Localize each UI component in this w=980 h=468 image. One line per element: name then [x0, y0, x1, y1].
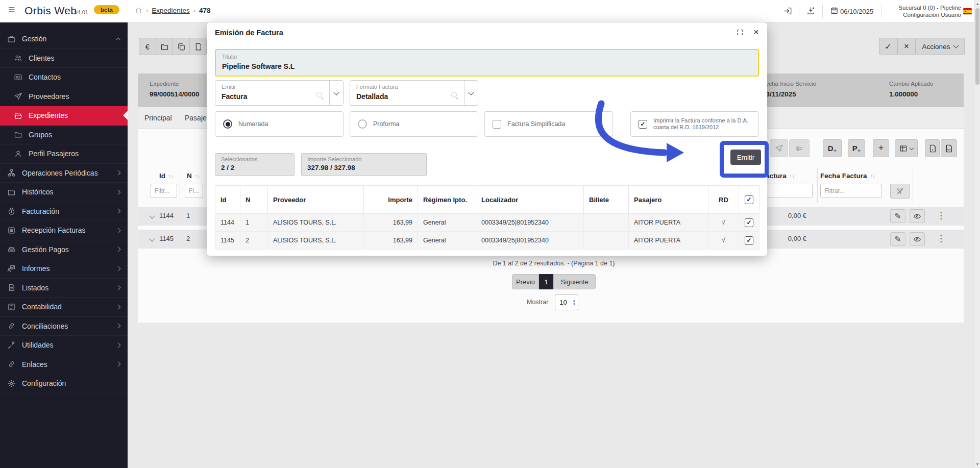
- network-icon: [7, 168, 16, 177]
- home-icon[interactable]: [135, 7, 142, 14]
- plane-check-button[interactable]: [770, 139, 788, 157]
- sidebar-item-proveedores[interactable]: Proveedores: [0, 87, 128, 107]
- sidebar-item-clientes[interactable]: Clientes: [0, 49, 128, 68]
- add-d-button[interactable]: D+: [823, 139, 842, 157]
- sort-icon[interactable]: ↑↓: [168, 173, 174, 179]
- next-page-button[interactable]: Siguiente: [553, 274, 596, 289]
- sidebar-item-recepcion-facturas[interactable]: Recepción Facturas: [0, 221, 128, 240]
- account-info[interactable]: Sucursal 0 (0) - Pipeline Configuración …: [887, 4, 961, 18]
- formato-factura-select[interactable]: Formato Factura Detallada: [350, 80, 478, 106]
- row-menu-button[interactable]: ⋮: [937, 233, 945, 244]
- maximize-icon[interactable]: [736, 29, 744, 36]
- sidebar-item-perfil-pasajeros[interactable]: Perfil Pasajeros: [0, 144, 128, 164]
- confirm-button[interactable]: ✓: [879, 38, 897, 55]
- actions-dropdown-button[interactable]: Acciones: [916, 38, 965, 55]
- sidebar-item-enlaces[interactable]: Enlaces: [0, 355, 128, 375]
- row-id: 1145: [159, 235, 174, 242]
- stepper-icons[interactable]: ▲▼: [571, 299, 578, 306]
- column-divider: [817, 168, 818, 203]
- edit-button[interactable]: ✎: [890, 209, 905, 223]
- sidebar-item-informes[interactable]: Informes: [0, 259, 128, 279]
- expand-row-icon[interactable]: [149, 236, 155, 241]
- hamburger-menu-icon[interactable]: ≡: [8, 3, 15, 17]
- sidebar-item-grupos[interactable]: Grupos: [0, 126, 128, 145]
- column-header-id[interactable]: Id↑↓: [159, 172, 174, 180]
- export-excel-button[interactable]: x: [925, 139, 940, 157]
- sidebar-item-configuracion[interactable]: Configuración: [0, 374, 128, 393]
- filter-fecha-factura-input[interactable]: [820, 184, 881, 198]
- export-pdf-button[interactable]: PDF: [941, 139, 957, 157]
- filter-id-input[interactable]: [151, 184, 177, 198]
- beta-badge: beta: [94, 5, 119, 14]
- emitir-select[interactable]: Emitir Factura: [215, 80, 344, 106]
- scrollbar-thumb[interactable]: [975, 8, 979, 85]
- add-button[interactable]: +: [873, 139, 889, 157]
- sidebar-item-utilidades[interactable]: Utilidades: [0, 336, 128, 355]
- sidebar-item-listados[interactable]: Listados: [0, 279, 128, 298]
- row-checkbox[interactable]: ✓: [745, 218, 753, 227]
- table-header-row: Id N Proveedor Importe Régimen Ipto. Loc…: [215, 186, 760, 214]
- sidebar-item-facturacion[interactable]: Facturación: [0, 202, 128, 221]
- person-icon: [14, 150, 22, 158]
- emitir-button[interactable]: Emitir: [730, 150, 761, 165]
- scroll-down-icon[interactable]: ▼: [974, 462, 980, 466]
- vertical-scrollbar[interactable]: ▲ ▼: [974, 0, 980, 468]
- top-bar: ≡ Orbis Web v4.01 beta › Expedientes › 4…: [0, 0, 980, 22]
- folder-button[interactable]: [156, 38, 173, 55]
- calendar-icon[interactable]: [830, 6, 839, 15]
- filter-clear-icon: [896, 187, 904, 195]
- column-divider: [913, 168, 913, 203]
- document-button[interactable]: [189, 38, 207, 55]
- titular-field[interactable]: Titular Pipeline Software S.L: [215, 49, 759, 77]
- row-menu-button[interactable]: ⋮: [937, 210, 945, 221]
- filter-n-input[interactable]: [185, 184, 203, 198]
- sidebar-item-historicos[interactable]: Históricos: [0, 183, 128, 202]
- page-size-select[interactable]: 10 ▲▼: [555, 294, 578, 310]
- download-icon[interactable]: [806, 6, 816, 16]
- numerada-radio-option[interactable]: Numerada: [215, 111, 344, 137]
- amount-button[interactable]: $=: [789, 139, 810, 157]
- close-icon[interactable]: ×: [753, 27, 759, 38]
- dropdown-toggle[interactable]: [329, 81, 343, 105]
- sidebar-item-gestion-pagos[interactable]: Gestión Pagos: [0, 240, 128, 260]
- sidebar-item-contabilidad[interactable]: Contabilidad: [0, 298, 128, 317]
- spain-flag-icon[interactable]: [963, 8, 972, 14]
- scroll-up-icon[interactable]: ▲: [974, 2, 980, 6]
- sidebar-item-gestion[interactable]: Gestión: [0, 30, 128, 49]
- clear-filters-button[interactable]: [890, 184, 910, 199]
- cancel-button[interactable]: ×: [897, 38, 916, 55]
- sidebar-item-conciliaciones[interactable]: Conciliaciones: [0, 317, 128, 336]
- sidebar-item-contactos[interactable]: Contactos: [0, 68, 128, 87]
- select-all-checkbox[interactable]: ✓: [745, 195, 753, 204]
- page-1-button[interactable]: 1: [539, 274, 553, 289]
- prev-page-button[interactable]: Previo: [512, 274, 539, 289]
- column-header-n[interactable]: N↑↓: [187, 172, 200, 180]
- edit-button[interactable]: ✎: [890, 232, 905, 246]
- sidebar-item-operaciones-periodicas[interactable]: Operaciones Periódicas: [0, 164, 128, 183]
- breadcrumb-expedientes[interactable]: Expedientes: [152, 7, 189, 14]
- add-p-button[interactable]: P+: [848, 139, 865, 157]
- imprimir-rd-option[interactable]: ✓Imprimir la Factura conforme a la D.A. …: [630, 111, 759, 137]
- columns-dropdown-button[interactable]: [895, 139, 918, 157]
- header-id: Id: [215, 186, 240, 214]
- sort-icon[interactable]: ↑↓: [790, 173, 795, 179]
- euro-button[interactable]: €: [139, 38, 156, 55]
- view-button[interactable]: [910, 209, 925, 223]
- expand-row-icon[interactable]: [149, 213, 155, 218]
- fecha-inicio-label: Fecha Inicio Servicio: [762, 81, 816, 87]
- sort-icon[interactable]: ↑↓: [195, 173, 200, 179]
- table-row[interactable]: 1145 2 ALISIOS TOURS, S.L. 163,99 Genera…: [215, 232, 760, 250]
- row-checkbox[interactable]: ✓: [745, 236, 753, 245]
- tab-principal[interactable]: Principal: [144, 114, 172, 122]
- logout-icon[interactable]: [783, 6, 793, 16]
- table-row[interactable]: 1144 1 ALISIOS TOURS, S.L. 163,99 Genera…: [215, 214, 760, 232]
- sidebar-item-expedientes[interactable]: Expedientes: [0, 106, 128, 126]
- proforma-radio-option[interactable]: Proforma: [350, 111, 478, 137]
- column-header-fecha-factura[interactable]: Fecha Factura↑↓: [820, 172, 875, 180]
- copy-button[interactable]: [173, 38, 190, 55]
- view-button[interactable]: [910, 232, 925, 246]
- factura-simplificada-option[interactable]: Factura Simplificada: [484, 111, 613, 137]
- invoice-lines-table: Id N Proveedor Importe Régimen Ipto. Loc…: [215, 185, 760, 250]
- dropdown-toggle[interactable]: [464, 81, 478, 105]
- sort-icon[interactable]: ↑↓: [870, 173, 875, 179]
